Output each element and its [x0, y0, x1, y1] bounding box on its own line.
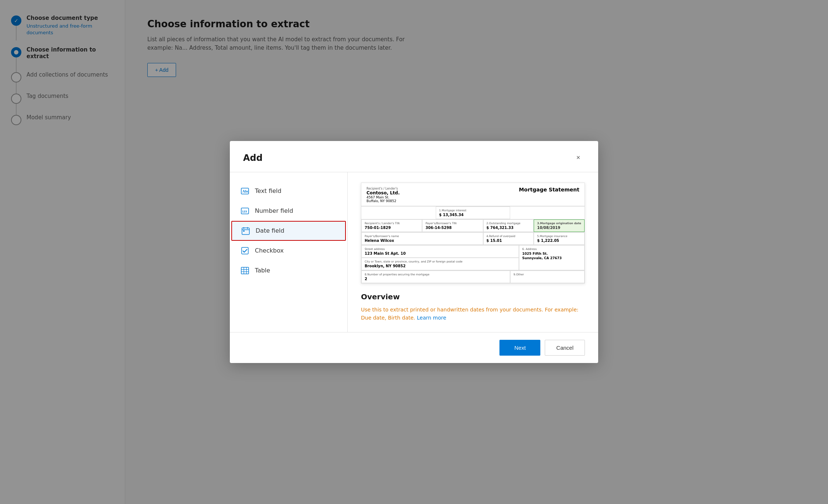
next-button[interactable]: Next [499, 340, 540, 356]
cell-other-label: 9.Other [513, 273, 581, 276]
close-icon: × [576, 154, 580, 162]
field-types-panel: Abc Text field 123 Number field [230, 172, 348, 332]
cell-address-value: 1025 Fifth St.Sunnyvale, CA 27673 [522, 251, 581, 261]
cell-street: Street address 123 Main St Apt. 10 [361, 245, 519, 258]
next-label: Next [514, 345, 526, 351]
cell-field1-value: $ 13,345.34 [439, 213, 507, 217]
cell-refund: 4.Refund of overpaid $ 15.01 [483, 232, 534, 245]
cell-city: City or Town, state or province, country… [361, 258, 519, 270]
text-field-label: Text field [255, 187, 281, 194]
cell-street-value: 123 Main St Apt. 10 [365, 251, 516, 255]
date-field-icon [241, 226, 250, 236]
svg-rect-9 [242, 247, 248, 254]
field-type-number[interactable]: 123 Number field [230, 201, 347, 221]
cell-tin-payer-label: Payer's/Borrower's TIN [425, 222, 480, 225]
mortgage-header: Recipient's / Lender's Contoso, Ltd. 456… [361, 183, 585, 206]
modal-overlay: Add × Abc Text field [0, 0, 828, 504]
number-field-label: Number field [255, 207, 293, 214]
cell-refund-value: $ 15.01 [487, 239, 531, 243]
modal-close-button[interactable]: × [572, 151, 585, 165]
cell-insurance-value: $ 1,222.05 [537, 239, 581, 243]
address-line2: Buffalo, NY 90852 [366, 199, 400, 203]
cell-properties-label: 8.Number of properties securing the mort… [365, 273, 507, 276]
field-type-table[interactable]: Table [230, 261, 347, 281]
cell-payer-name-value: Helena Wilcox [365, 239, 480, 243]
recipient-label: Recipient's / Lender's [366, 187, 398, 190]
learn-more-link[interactable]: Learn more [417, 315, 446, 321]
mortgage-address-row: Street address 123 Main St Apt. 10 City … [361, 245, 585, 270]
mortgage-row-1: 1.Mortgage interest $ 13,345.34 [361, 206, 585, 219]
cell-insurance-label: 5.Mortgage insurance [537, 235, 581, 238]
cell-street-label: Street address [365, 247, 516, 251]
cell-address-right: 6. Address 1025 Fifth St.Sunnyvale, CA 2… [519, 245, 585, 270]
date-field-label: Date field [256, 227, 284, 234]
mortgage-title: Mortgage Statement [519, 187, 579, 203]
cell-refund-label: 4.Refund of overpaid [487, 235, 531, 238]
cell-properties-value: 2 [365, 277, 507, 281]
mortgage-name-row: Payer's/Borrower's name Helena Wilcox 4.… [361, 232, 585, 245]
modal-header: Add × [230, 141, 598, 172]
field-preview-panel: Recipient's / Lender's Contoso, Ltd. 456… [348, 172, 598, 332]
cell-field1: 1.Mortgage interest $ 13,345.34 [436, 207, 510, 219]
cell-tin-payer: Payer's/Borrower's TIN 306-14-5298 [422, 219, 483, 232]
cell-other: 9.Other [510, 271, 585, 283]
cell-origination-label: 3.Mortgage origination date [537, 222, 581, 225]
text-field-icon: Abc [240, 186, 250, 196]
cell-address-label: 6. Address [522, 247, 581, 251]
cell-tin-recipient-label: Recipient's / Lender's TIN [365, 222, 419, 225]
checkbox-icon [240, 246, 250, 255]
modal-footer: Next Cancel [230, 332, 598, 363]
mortgage-tin-row: Recipient's / Lender's TIN 750-01-1829 P… [361, 219, 585, 232]
svg-text:123: 123 [242, 210, 247, 213]
overview-description: Use this to extract printed or handwritt… [361, 306, 585, 322]
cell-origination-value: 10/08/2019 [537, 226, 581, 230]
modal-body: Abc Text field 123 Number field [230, 172, 598, 332]
cell-outstanding-label: 2.Outstanding mortgage [487, 222, 531, 225]
statement-title: Mortgage Statement [519, 187, 579, 193]
number-field-icon: 123 [240, 206, 250, 216]
table-icon [240, 266, 250, 275]
cell-field1-label: 1.Mortgage interest [439, 209, 507, 212]
cell-tin-recipient-value: 750-01-1829 [365, 226, 419, 230]
cell-properties: 8.Number of properties securing the mort… [361, 271, 510, 283]
cell-origination-date: 3.Mortgage origination date 10/08/2019 [534, 219, 585, 232]
table-label: Table [255, 267, 270, 274]
field-type-date[interactable]: Date field [231, 221, 346, 241]
cell-insurance: 5.Mortgage insurance $ 1,222.05 [534, 232, 585, 245]
cell-tin-payer-value: 306-14-5298 [425, 226, 480, 230]
cell-payer-name-label: Payer's/Borrower's name [365, 235, 480, 238]
cell-tin-recipient: Recipient's / Lender's TIN 750-01-1829 [361, 219, 422, 232]
modal-dialog: Add × Abc Text field [230, 141, 598, 363]
company-name: Contoso, Ltd. [366, 190, 400, 195]
address-line1: 4567 Main St. [366, 195, 400, 199]
cell-payer-name: Payer's/Borrower's name Helena Wilcox [361, 232, 483, 245]
cell-outstanding: 2.Outstanding mortgage $ 764,321.33 [483, 219, 534, 232]
mortgage-preview: Recipient's / Lender's Contoso, Ltd. 456… [361, 183, 585, 283]
cancel-label: Cancel [556, 345, 573, 351]
svg-text:Abc: Abc [242, 189, 249, 193]
svg-rect-10 [241, 267, 249, 274]
cell-outstanding-value: $ 764,321.33 [487, 226, 531, 230]
cancel-button[interactable]: Cancel [545, 340, 585, 356]
overview-title: Overview [361, 292, 585, 301]
svg-rect-8 [243, 230, 245, 232]
cell-city-value: Brooklyn, NY 90852 [365, 264, 516, 268]
overview-section: Overview Use this to extract printed or … [361, 292, 585, 322]
mortgage-company: Recipient's / Lender's Contoso, Ltd. 456… [366, 187, 400, 203]
mortgage-bottom-row: 8.Number of properties securing the mort… [361, 270, 585, 283]
field-type-text[interactable]: Abc Text field [230, 181, 347, 201]
checkbox-label: Checkbox [255, 247, 284, 254]
field-type-checkbox[interactable]: Checkbox [230, 241, 347, 261]
modal-title: Add [243, 153, 263, 163]
cell-city-label: City or Town, state or province, country… [365, 260, 516, 263]
